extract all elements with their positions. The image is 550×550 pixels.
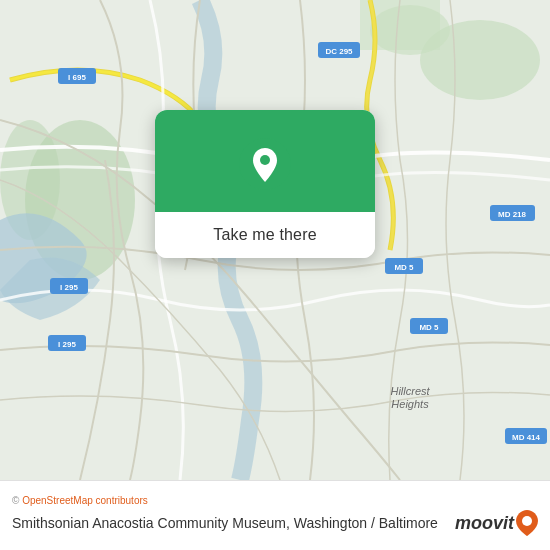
footer: © OpenStreetMap contributors Smithsonian… [0,480,550,550]
moovit-logo: moovit [455,510,538,536]
moovit-pin-icon [516,510,538,536]
location-card: Take me there [155,110,375,258]
svg-text:MD 5: MD 5 [419,323,439,332]
svg-point-27 [260,155,270,165]
location-info-row: Smithsonian Anacostia Community Museum, … [12,510,538,536]
location-pin-icon [239,138,291,190]
take-me-there-button[interactable]: Take me there [155,212,375,258]
svg-point-28 [522,516,532,526]
location-text: Smithsonian Anacostia Community Museum, … [12,515,455,531]
svg-text:MD 414: MD 414 [512,433,541,442]
svg-text:I 295: I 295 [58,340,76,349]
svg-text:Heights: Heights [391,398,429,410]
svg-text:I 295: I 295 [60,283,78,292]
svg-text:Hillcrest: Hillcrest [390,385,430,397]
openstreetmap-link[interactable]: OpenStreetMap contributors [22,495,148,506]
moovit-brand-text: moovit [455,513,514,534]
map-area: DC 295 DC 295 I 695 I 295 I 295 MD 218 [0,0,550,480]
svg-text:MD 5: MD 5 [394,263,414,272]
copyright-line: © OpenStreetMap contributors [12,495,538,506]
card-icon-area [155,110,375,212]
svg-text:I 695: I 695 [68,73,86,82]
svg-text:MD 218: MD 218 [498,210,527,219]
svg-text:DC 295: DC 295 [325,47,353,56]
